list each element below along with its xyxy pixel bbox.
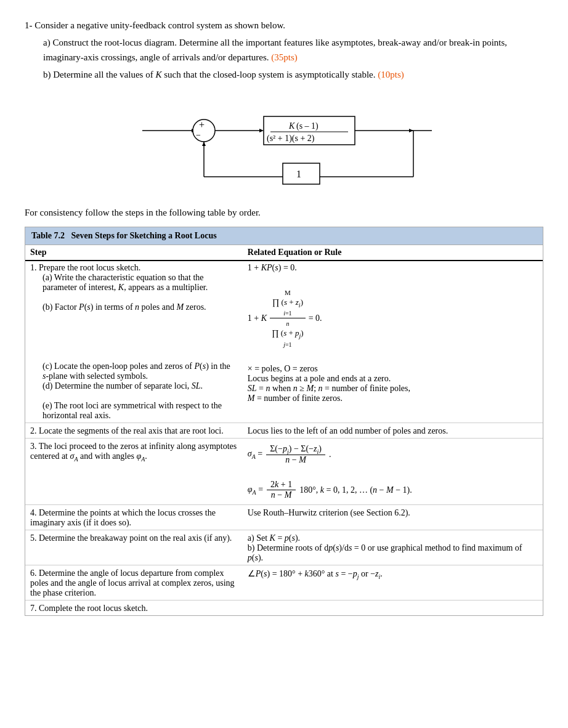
steps-table: Step Related Equation or Rule 1. Prepare…: [25, 245, 543, 616]
step-7-col: 7. Complete the root locus sketch.: [25, 601, 243, 616]
phi-formula: φA = 2k + 1 n − M 180°, k = 0, 1, 2, … (…: [248, 480, 538, 500]
step-3-rule: σA = Σ(−pj) − Σ(−zi) n − M . φA = 2k + 1: [243, 438, 543, 505]
step-1b: (b) Factor P(s) in terms of n poles and …: [30, 302, 238, 312]
sigma-period: .: [329, 450, 331, 459]
step-1-rule-col: 1 + KP(s) = 0. 1 + K M ∏ (s + zi) i=1: [243, 261, 543, 423]
step-7-rule: [243, 601, 543, 616]
equals-zero: = 0.: [309, 313, 322, 323]
rule-1c-1: × = poles, O = zeros: [248, 364, 538, 374]
phi-label: φA =: [248, 485, 263, 496]
sigma-label: σA =: [248, 449, 262, 460]
step-2-col: 2. Locate the segments of the real axis …: [25, 423, 243, 438]
sigma-den: n − M: [282, 455, 310, 465]
diagram-svg: + − K (s – 1) (s² + 1)(s + 2): [130, 97, 438, 195]
table-row: 7. Complete the root locus sketch.: [25, 601, 543, 616]
k-variable: K: [155, 70, 161, 79]
col-step: Step: [25, 245, 243, 261]
table-row: 5. Determine the breakaway point on the …: [25, 530, 543, 565]
step-1e: (e) The root loci are symmetrical with r…: [30, 401, 238, 421]
tf-num-text: (s – 1): [296, 121, 318, 131]
fraction-block: M ∏ (s + zi) i=1 n ∏ (s + pj) j=1: [269, 288, 306, 349]
part-b-label: b): [43, 70, 51, 79]
sigma-num: Σ(−pj) − Σ(−zi): [266, 444, 325, 456]
sigma-fraction: Σ(−pj) − Σ(−zi) n − M: [266, 444, 325, 466]
rule-1c-2: Locus begins at a pole and ends at a zer…: [248, 374, 538, 384]
table-row: 3. The loci proceed to the zeros at infi…: [25, 438, 543, 505]
arrow4: [202, 142, 206, 146]
big-pi-num: ∏: [272, 297, 280, 307]
sigma-formula: σA = Σ(−pj) − Σ(−zi) n − M .: [248, 444, 538, 466]
table-row: 4. Determine the points at which the loc…: [25, 505, 543, 530]
tf-numerator: K: [288, 121, 295, 131]
prod-n: n: [286, 320, 289, 327]
prod-M: M: [285, 289, 291, 296]
minus-sign: −: [196, 131, 201, 140]
table-row: 2. Locate the segments of the real axis …: [25, 423, 543, 438]
phi-angles: 180°, k = 0, 1, 2, … (n − M − 1).: [299, 485, 412, 495]
denominator: n ∏ (s + pj) j=1: [269, 318, 306, 349]
feedback-label: 1: [296, 169, 301, 179]
part-b: b) Determine all the values of K such th…: [43, 67, 543, 82]
phi-num: 2k + 1: [267, 480, 296, 490]
problem-title: 1- Consider a negative unity-feedback co…: [25, 18, 543, 33]
table-row: 1. Prepare the root locus sketch. (a) Wr…: [25, 261, 543, 423]
table-title: Table 7.2 Seven Steps for Sketching a Ro…: [31, 231, 217, 240]
step-1d: (d) Determine the number of separate loc…: [30, 381, 238, 391]
step-5-col: 5. Determine the breakaway point on the …: [25, 530, 243, 565]
block-diagram: + − K (s – 1) (s² + 1)(s + 2): [130, 97, 438, 195]
one-plus-k: 1 + K: [248, 313, 267, 323]
arrow2: [259, 129, 264, 132]
step-5-rule: a) Set K = p(s). b) Determine roots of d…: [243, 530, 543, 565]
plus-sign: +: [199, 119, 205, 130]
table-container: Table 7.2 Seven Steps for Sketching a Ro…: [25, 227, 543, 617]
step-1-col: 1. Prepare the root locus sketch. (a) Wr…: [25, 261, 243, 423]
part-a-points: (35pts): [271, 52, 298, 62]
step-1c: (c) Locate the open-loop poles and zeros…: [30, 362, 238, 381]
rule-5a: a) Set K = p(s).: [248, 533, 538, 543]
step-2-rule: Locus lies to the left of an odd number …: [243, 423, 543, 438]
rule-1d: SL = n when n ≥ M; n = number of finite …: [248, 384, 538, 394]
numerator: M ∏ (s + zi) i=1: [270, 288, 306, 319]
table-header-row: Step Related Equation or Rule: [25, 245, 543, 261]
step-1a: (a) Write the characteristic equation so…: [30, 273, 238, 293]
step-6-col: 6. Determine the angle of locus departur…: [25, 565, 243, 601]
big-pi-den: ∏: [272, 328, 279, 338]
prod-j: j=1: [283, 341, 291, 348]
problem-header: 1- Consider a negative unity-feedback co…: [25, 18, 543, 82]
problem-text: Consider a negative unity-feedback contr…: [34, 20, 285, 30]
problem-number: 1-: [25, 20, 33, 30]
consistency-text: For consistency follow the steps in the …: [25, 208, 543, 218]
phi-fraction: 2k + 1 n − M: [267, 480, 296, 500]
col-rule: Related Equation or Rule: [243, 245, 543, 261]
phi-den: n − M: [267, 490, 296, 500]
table-row: 6. Determine the angle of locus departur…: [25, 565, 543, 601]
prod-i: i=1: [283, 310, 291, 317]
step-1-title: 1. Prepare the root locus sketch.: [30, 263, 238, 273]
arrow3: [409, 129, 413, 132]
step-4-col: 4. Determine the points at which the loc…: [25, 505, 243, 530]
part-a: a) Construct the root-locus diagram. Det…: [43, 35, 543, 65]
rule-1d-2: M = number of finite zeros.: [248, 394, 538, 403]
part-b-points: (10pts): [378, 70, 404, 79]
part-a-label: a): [43, 38, 51, 47]
feedback-box: [283, 163, 320, 184]
tf-denominator: (s² + 1)(s + 2): [267, 134, 315, 144]
block-diagram-container: + − K (s – 1) (s² + 1)(s + 2): [25, 97, 543, 195]
rule-1a: 1 + KP(s) = 0.: [248, 263, 538, 273]
table-header: Table 7.2 Seven Steps for Sketching a Ro…: [25, 227, 543, 245]
step-3-col: 3. The loci proceed to the zeros at infi…: [25, 438, 243, 505]
step-6-rule: ∠P(s) = 180° + k360° at s = −pj or −zi.: [243, 565, 543, 601]
rule-5b: b) Determine roots of dp(s)/ds = 0 or us…: [248, 543, 538, 563]
step-4-rule: Use Routh–Hurwitz criterion (see Section…: [243, 505, 543, 530]
rule-1b-formula: 1 + K M ∏ (s + zi) i=1 n ∏ (s: [248, 288, 538, 349]
